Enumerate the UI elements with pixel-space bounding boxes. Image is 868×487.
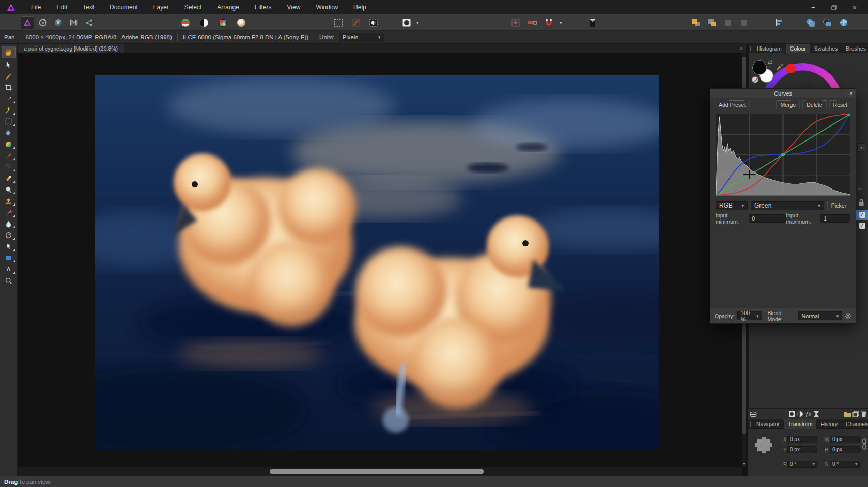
export-persona-button[interactable] [83,16,96,29]
layer-visibility-checkbox[interactable]: ✓ [859,212,865,218]
tab-histogram[interactable]: Histogram [753,44,786,53]
tab-transform[interactable]: Transform [784,419,816,429]
move-to-front-button[interactable] [689,16,703,29]
tool-colour-replacement[interactable] [2,162,16,172]
units-dropdown[interactable]: Pixels ▾ [339,33,384,42]
tool-smudge[interactable] [2,230,16,240]
delete-button[interactable]: Delete [802,100,826,109]
snapping-magnet-button[interactable] [542,16,555,29]
geometry-add-button[interactable] [804,16,817,29]
selected-layer-row[interactable]: ✓ [856,210,868,220]
tool-text[interactable]: A [2,264,16,274]
w-field[interactable]: 0 px [830,436,860,443]
reset-button[interactable]: Reset [829,100,851,109]
layer-visibility-checkbox[interactable]: ✓ [859,223,865,229]
close-icon[interactable]: × [849,89,853,98]
tool-crop[interactable] [2,82,16,92]
menu-filters[interactable]: Filters [247,0,280,14]
link-dimensions-icon[interactable] [862,438,867,450]
swap-colours-icon[interactable]: ⇄ [768,59,772,66]
tool-paint-brush[interactable] [2,150,16,161]
panel-drag-handle[interactable] [750,46,751,51]
tool-erase[interactable] [2,173,16,183]
document-tab[interactable]: a pair of cygnets.jpg [Modified] (20.8%) [18,44,124,53]
geometry-divide-button[interactable] [837,16,850,29]
channel-mode-dropdown[interactable]: RGB▾ [716,201,748,210]
input-minimum-field[interactable]: 0 [749,214,786,223]
picker-button[interactable]: Picker [827,201,850,210]
adjustment-icon[interactable] [787,410,796,419]
curves-dialog-titlebar[interactable]: Curves × [710,89,856,98]
add-preset-button[interactable]: Add Preset [715,100,750,109]
duplicate-icon[interactable] [851,410,860,419]
dot-grid-button[interactable] [509,16,522,29]
shear-field[interactable]: 0 °▾ [830,461,860,468]
menu-file[interactable]: File [23,0,49,14]
move-to-back-button[interactable] [705,16,719,29]
rotation-field[interactable]: 0 °▾ [787,461,817,468]
canvas-viewport[interactable] [18,53,742,467]
document-close-icon[interactable]: × [739,45,743,52]
layers-opacity-caret[interactable]: ▾ [857,143,865,152]
curve-node[interactable] [781,153,785,156]
tab-swatches[interactable]: Swatches [810,44,842,53]
alignment-button[interactable] [772,16,785,29]
selection-edges-button[interactable] [332,16,345,29]
group-folder-icon[interactable] [843,410,851,419]
liquify-persona-button[interactable] [36,16,50,29]
tool-healing[interactable] [2,207,16,217]
mask-icon[interactable] [796,410,804,419]
lock-icon[interactable] [858,199,864,206]
x-field[interactable]: 0 px [787,436,817,443]
merge-button[interactable]: Merge [776,100,800,109]
colour-format-button[interactable] [400,16,413,29]
develop-persona-button[interactable] [52,16,65,29]
snapping-caret[interactable]: ▾ [559,20,563,25]
picked-colour-swatch[interactable] [786,64,796,73]
anchor-point-selector[interactable] [754,435,773,457]
gear-icon[interactable] [845,312,851,320]
tool-dodge[interactable] [2,184,16,195]
tool-marquee[interactable] [2,116,16,127]
move-forward-button[interactable] [721,16,735,29]
fx-icon[interactable]: ƒx [804,410,812,419]
tab-colour[interactable]: Colour [786,44,810,53]
colour-dropper-icon[interactable] [775,61,784,71]
auto-colour-button[interactable] [216,16,229,29]
tool-clone[interactable] [2,196,16,206]
restore-button[interactable] [824,0,844,14]
geometry-subtract-button[interactable] [820,16,834,29]
tab-navigator[interactable]: Navigator [752,419,784,429]
h-field[interactable]: 0 px [830,446,860,453]
menu-select[interactable]: Select [177,0,209,14]
horizontal-scrollbar-thumb[interactable] [270,469,484,474]
no-colour-swatch[interactable] [752,76,758,83]
tool-flood-fill[interactable] [2,128,16,138]
y-field[interactable]: 0 px [787,446,817,453]
menu-view[interactable]: View [280,0,308,14]
live-filter-icon[interactable] [812,410,820,419]
panel-drag-handle[interactable] [750,421,751,427]
trash-icon[interactable] [860,410,868,419]
curves-graph[interactable] [716,114,850,196]
tool-zoom[interactable] [2,275,16,286]
scroll-down-icon[interactable]: ▾ [742,461,746,466]
layers-panel-menu-icon[interactable]: ≡ [858,186,861,193]
menu-arrange[interactable]: Arrange [209,0,247,14]
foreground-swatch[interactable] [752,60,767,75]
menu-document[interactable]: Document [102,0,146,14]
auto-white-balance-button[interactable] [235,16,248,29]
menu-text[interactable]: Text [75,0,102,14]
close-window-button[interactable]: × [844,0,865,14]
input-maximum-field[interactable]: 1 [820,214,850,223]
auto-contrast-button[interactable] [197,16,211,29]
photo-persona-button[interactable] [21,16,34,29]
tool-gradient[interactable] [2,139,16,149]
minimize-button[interactable]: − [803,0,824,14]
tool-flood-select[interactable] [2,105,16,115]
pixel-alignment-button[interactable] [525,16,539,29]
tab-channels[interactable]: Channels [842,419,868,429]
tool-selection-brush[interactable] [2,93,16,104]
auto-levels-button[interactable] [179,16,192,29]
quick-mask-button[interactable] [367,16,380,29]
